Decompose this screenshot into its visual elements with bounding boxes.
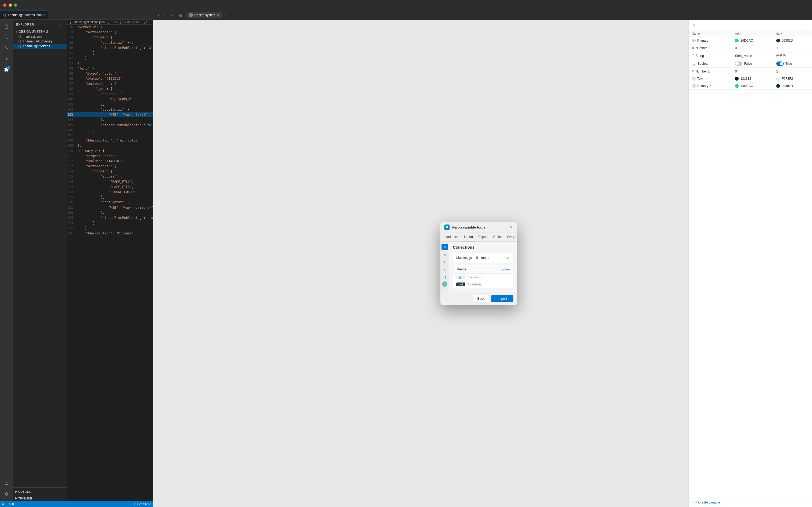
design-system-folder[interactable]: ▼ DESIGN SYSTEM 2 (13, 29, 67, 34)
create-variable-icon: + (692, 501, 694, 504)
design-system-section: ▼ DESIGN SYSTEM 2 { } manifest.json { } … (13, 29, 67, 51)
toggle-dark-on[interactable] (776, 61, 784, 66)
browser-home-button[interactable]: ⌂ (169, 11, 175, 18)
plugin-icon-circle[interactable]: ◎ (442, 251, 448, 258)
var-name-text: Text (689, 75, 732, 82)
explorer-title: EXPLORER (16, 23, 34, 26)
status-live-share[interactable]: ↗ Live Share (133, 502, 151, 506)
code-line-93: 93}, (67, 61, 153, 66)
activity-files[interactable] (2, 22, 11, 32)
back-button[interactable]: Back (473, 295, 489, 302)
figma-browser: ‹ › ⌂ ⊕ Design system × + ··· (153, 10, 812, 507)
code-line-98: 98 "figma": { (67, 87, 153, 92)
var-dark-text: F2F2F2 (773, 75, 812, 82)
panel-layout-button[interactable]: ⊞ (692, 22, 698, 28)
explorer-actions[interactable]: ··· (58, 22, 63, 27)
file-manifest[interactable]: { } manifest.json (13, 34, 67, 39)
code-line-124: 124 } (67, 220, 153, 226)
timeline-title[interactable]: ▶ TIMELINE (13, 496, 67, 501)
browser-back-button[interactable]: ‹ (156, 11, 161, 18)
breadcrumb-file: { } Theme.light.tokens.json (70, 20, 105, 23)
code-line-109: 109}, (67, 143, 153, 148)
var-name-number2: # Number 2 (689, 68, 732, 75)
text-type-icon (692, 77, 696, 80)
code-content[interactable]: 70"Number 2": { 73 "$extensions": { 74 "… (67, 25, 153, 501)
code-line-113: 113 "$extensions": { (67, 164, 153, 169)
import-button[interactable]: Import (491, 295, 513, 302)
browser-forward-button[interactable]: › (162, 11, 167, 18)
browser-more-button[interactable]: ··· (805, 13, 809, 17)
panel-more-button[interactable]: ··· (803, 22, 809, 28)
var-light-boolean: False (732, 60, 773, 68)
plugin-icon-merge[interactable]: ⟊ (442, 266, 448, 273)
new-tab-button[interactable]: + (224, 12, 227, 18)
explorer-more-button[interactable]: ··· (58, 22, 63, 27)
browser-active-tab[interactable]: Design system × (186, 12, 222, 18)
activity-extensions[interactable]: 1 (2, 65, 11, 74)
var-light-text: 131313 (732, 75, 773, 82)
table-row[interactable]: ⊡ Boolean (689, 60, 812, 68)
browser-nav-buttons[interactable]: ‹ › (156, 11, 167, 18)
code-line-115: 115 "scopes": [ (67, 174, 153, 179)
var-name-boolean: ⊡ Boolean (689, 60, 732, 68)
code-line-125: 125 }, (67, 226, 153, 231)
table-row[interactable]: ○ Primary 14DCAC (689, 37, 812, 44)
boolean-light-val: False (744, 62, 752, 65)
timeline-section: ▶ TIMELINE (13, 496, 67, 501)
primary2-swatch-dark (776, 84, 780, 88)
plugin-icon-variables[interactable]: ⊕ (442, 244, 448, 250)
tab-export[interactable]: Export (475, 233, 490, 241)
theme-header: Theme update (453, 265, 513, 274)
primary2-swatch-light (735, 84, 739, 88)
table-row[interactable]: Primary 2 14DCAC (689, 82, 812, 90)
tab-swap[interactable]: Swap (504, 233, 517, 241)
variables-table-container[interactable]: Name light dark ○ (689, 30, 812, 498)
activity-source-control[interactable] (2, 43, 11, 53)
table-row[interactable]: T String String value 哈哈哈 (689, 52, 812, 60)
breadcrumb-text: { } Text (108, 20, 117, 23)
activity-run[interactable] (2, 54, 11, 64)
plugin-icon-json[interactable]: { } (442, 274, 448, 280)
table-row[interactable]: Text 131313 (689, 75, 812, 82)
var-dark-number2: 2 (773, 68, 812, 75)
primary2-type-icon (692, 84, 696, 88)
mac-close-button[interactable] (3, 3, 6, 7)
figma-canvas-area: ⊞ ··· Name light dark (153, 20, 812, 507)
tab-import[interactable]: Import (461, 233, 475, 241)
tab-guide[interactable]: Guide (490, 233, 504, 241)
plugin-icon-gradient[interactable] (442, 281, 447, 287)
code-line-120: 120 "codeSyntax": { (67, 200, 153, 205)
editor-tab-close[interactable]: × (43, 13, 45, 16)
theme-update-button[interactable]: update (501, 268, 510, 271)
status-errors[interactable]: ⊗ 0 ⚠ 0 (2, 502, 14, 506)
heron-modal-wrapper: H Heron variable tools × Variables Impor… (441, 222, 517, 305)
mac-maximize-button[interactable] (14, 3, 17, 7)
activity-settings[interactable] (2, 489, 11, 499)
color-val-dark: 09382D (782, 39, 793, 43)
toggle-light-off[interactable] (735, 61, 743, 66)
plugin-icon-T[interactable]: T (442, 259, 448, 265)
activity-user[interactable] (2, 478, 11, 488)
mac-window-controls[interactable] (3, 3, 17, 7)
breadcrumb-sep3: › (140, 20, 141, 23)
var-name: Boolean (698, 62, 709, 65)
file-dark-tokens[interactable]: { } Theme.dark.tokens.j... (13, 39, 67, 44)
activity-search[interactable] (2, 33, 11, 42)
tab-variables[interactable]: Variables (443, 233, 461, 241)
table-header-row: Name light dark (689, 30, 812, 37)
modal-close-button[interactable]: × (509, 225, 513, 230)
outline-title[interactable]: ▶ OUTLINE (13, 489, 67, 494)
modal-tabs[interactable]: Variables Import Export Guide Swap 📖 ⌂ (441, 233, 517, 242)
browser-tab-close[interactable]: × (217, 13, 219, 17)
create-variable-label: + Create variable (695, 501, 720, 504)
editor-tab-active[interactable]: { } Theme.light.tokens.json × (0, 10, 48, 19)
browser-globe-button[interactable]: ⊕ (177, 11, 184, 19)
file-light-tokens[interactable]: { } Theme.light.tokens.j... (13, 44, 67, 49)
mac-minimize-button[interactable] (9, 3, 12, 7)
vscode-status-bar: ⊗ 0 ⚠ 0 ↗ Live Share (0, 501, 153, 507)
table-row[interactable]: # Number 0 1 (689, 44, 812, 52)
code-editor: { } Theme.light.tokens.json › { } Text ›… (67, 19, 153, 501)
table-row[interactable]: # Number 2 0 2 (689, 68, 812, 75)
create-variable-button[interactable]: + + Create variable (689, 498, 812, 507)
text-swatch-dark (776, 77, 780, 80)
